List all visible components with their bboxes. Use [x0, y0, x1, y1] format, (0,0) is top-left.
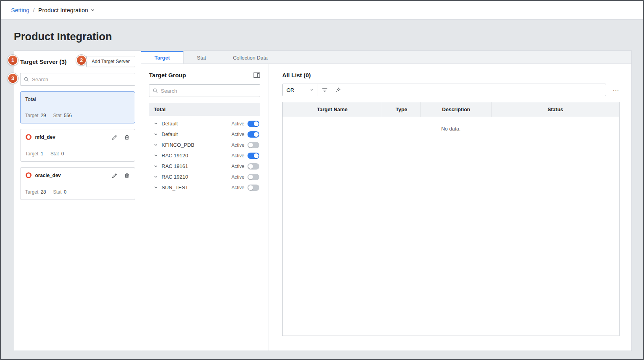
- target-count-label: Target: [25, 113, 38, 118]
- active-toggle[interactable]: [248, 174, 259, 180]
- active-label: Active: [231, 153, 244, 159]
- target-group-title: Target Group: [149, 72, 186, 78]
- active-toggle[interactable]: [248, 121, 259, 127]
- target-count-value: 29: [41, 113, 46, 118]
- chevron-down-icon[interactable]: [154, 164, 158, 168]
- screen: Setting / Product Integration Product In…: [0, 0, 644, 360]
- delete-icon[interactable]: [124, 134, 130, 140]
- stat-count-value: 556: [64, 113, 72, 118]
- callout-badge-2: 2: [76, 55, 87, 65]
- active-toggle[interactable]: [248, 185, 259, 191]
- all-list-title: All List (0): [282, 72, 620, 78]
- active-label: Active: [231, 185, 244, 190]
- target-count-value: 1: [41, 151, 43, 157]
- breadcrumb-current-label: Product Integration: [38, 7, 88, 13]
- delete-icon[interactable]: [124, 172, 130, 179]
- page-title: Product Integration: [14, 31, 112, 43]
- group-name: KFINCO_PDB: [162, 142, 194, 148]
- chevron-down-icon[interactable]: [154, 132, 158, 136]
- collapse-panel-icon[interactable]: [253, 72, 260, 78]
- target-group-search-input[interactable]: [161, 88, 257, 94]
- active-toggle[interactable]: [248, 142, 259, 148]
- server-card-stats: Target 29 Stat 556: [25, 113, 130, 118]
- more-options-button[interactable]: …: [612, 86, 620, 95]
- server-card-name: oracle_dev: [35, 173, 61, 178]
- group-total-header: Total: [149, 103, 260, 116]
- active-toggle[interactable]: [248, 163, 259, 170]
- all-list-table: Target Name Type Description Status No d…: [282, 102, 620, 336]
- all-list-panel: All List (0) OR: [268, 64, 631, 351]
- edit-icon[interactable]: [112, 172, 118, 179]
- server-card-name: Total: [25, 96, 36, 102]
- filter-bar: OR: [282, 84, 606, 96]
- tab-stat[interactable]: Stat: [184, 51, 220, 63]
- callout-badge-3: 3: [7, 73, 18, 84]
- pin-icon[interactable]: [331, 87, 344, 93]
- group-active-control: Active: [231, 153, 259, 159]
- table-header-row: Target Name Type Description Status: [283, 102, 619, 117]
- group-active-control: Active: [231, 121, 259, 127]
- target-server-search-input[interactable]: [32, 76, 132, 82]
- active-toggle[interactable]: [248, 153, 259, 159]
- active-label: Active: [231, 121, 244, 127]
- group-name: SUN_TEST: [162, 185, 188, 190]
- group-name: Default: [162, 121, 178, 127]
- stat-count-value: 0: [61, 151, 64, 157]
- group-active-control: Active: [231, 142, 259, 148]
- target-server-search: [20, 73, 135, 86]
- edit-icon[interactable]: [112, 134, 118, 140]
- filter-icon[interactable]: [318, 88, 331, 93]
- content-area: Target Stat Collection Data Target Group: [141, 51, 631, 351]
- chevron-down-icon[interactable]: [154, 175, 158, 179]
- search-icon: [153, 88, 158, 93]
- chevron-down-icon[interactable]: [154, 185, 158, 190]
- active-toggle[interactable]: [248, 131, 259, 138]
- group-active-control: Active: [231, 174, 259, 180]
- tab-target[interactable]: Target: [141, 51, 184, 63]
- content-row: Target Group Total Defaul: [141, 64, 631, 351]
- breadcrumb-separator: /: [33, 7, 35, 13]
- group-row-default-1: Default Active: [149, 118, 260, 129]
- group-active-control: Active: [231, 131, 259, 138]
- callout-badge-1: 1: [7, 55, 18, 65]
- column-header-description: Description: [421, 102, 491, 117]
- group-row-rac-19120: RAC 19120 Active: [149, 150, 260, 161]
- stat-count-label: Stat: [53, 113, 61, 118]
- chevron-down-icon[interactable]: [154, 121, 158, 126]
- server-card-top: mfd_dev: [25, 134, 130, 140]
- column-header-status: Status: [491, 102, 619, 117]
- empty-state-message: No data.: [283, 126, 619, 132]
- group-row-rac-19210: RAC 19210 Active: [149, 172, 260, 182]
- active-label: Active: [231, 132, 244, 137]
- group-row-sun-test: SUN_TEST Active: [149, 182, 260, 193]
- group-row-rac-19161: RAC 19161 Active: [149, 161, 260, 172]
- chevron-down-icon[interactable]: [154, 153, 158, 158]
- group-name: RAC 19210: [162, 174, 188, 180]
- server-card-oracle-dev[interactable]: oracle_dev Target 28 Stat 0: [20, 167, 135, 200]
- search-icon: [24, 76, 29, 82]
- breadcrumb-current-dropdown[interactable]: Product Integration: [38, 7, 95, 13]
- target-count-value: 28: [41, 189, 46, 195]
- target-server-panel: Target Server (3) Add Target Server Tota…: [14, 51, 141, 351]
- server-card-stats: Target 28 Stat 0: [25, 189, 130, 195]
- add-target-server-button[interactable]: Add Target Server: [86, 56, 136, 67]
- server-card-mfd-dev[interactable]: mfd_dev Target 1 Stat 0: [20, 129, 135, 162]
- server-card-actions: [112, 172, 130, 179]
- server-card-total[interactable]: Total Target 29 Stat 556: [20, 91, 135, 123]
- operator-select[interactable]: OR: [283, 84, 318, 96]
- group-row-default-2: Default Active: [149, 129, 260, 140]
- chevron-down-icon: [91, 8, 95, 12]
- stat-count-value: 0: [64, 189, 67, 195]
- chevron-down-icon[interactable]: [154, 143, 158, 147]
- tab-collection-data[interactable]: Collection Data: [220, 51, 281, 63]
- group-row-kfinco-pdb: KFINCO_PDB Active: [149, 140, 260, 150]
- chevron-down-icon: [310, 88, 314, 92]
- filter-row: OR …: [282, 84, 620, 96]
- target-group-panel: Target Group Total Defaul: [141, 64, 268, 351]
- target-count-label: Target: [25, 151, 38, 157]
- breadcrumb-setting-link[interactable]: Setting: [11, 7, 30, 13]
- tab-bar: Target Stat Collection Data: [141, 51, 631, 64]
- operator-value: OR: [287, 87, 294, 93]
- target-group-header: Target Group: [149, 72, 260, 78]
- group-name: RAC 19161: [162, 163, 188, 169]
